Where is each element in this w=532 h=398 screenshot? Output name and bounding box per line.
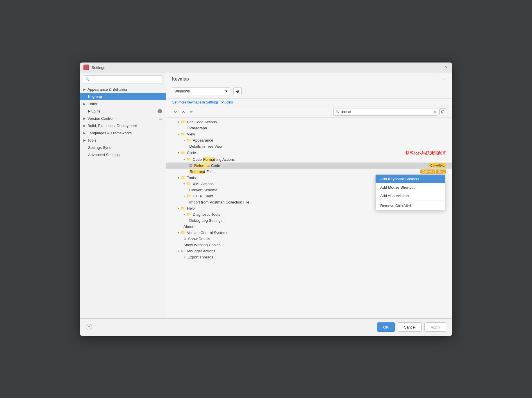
tree-item-label: Reformat Code bbox=[194, 163, 220, 168]
get-more-keymaps-link[interactable]: Get more keymaps in Settings bbox=[172, 100, 219, 104]
tree-row-reformat-file[interactable]: Reformat File... Ctrl+Alt+Shift+L bbox=[166, 169, 452, 175]
plugins-link[interactable]: Plugins bbox=[222, 100, 233, 104]
context-menu-item-add-mouse[interactable]: Add Mouse Shortcut bbox=[376, 183, 445, 192]
keymap-selected-value: Windows bbox=[174, 89, 190, 93]
sidebar-item-version-control[interactable]: ▶ Version Control ▬ bbox=[80, 115, 166, 122]
keymap-gear-button[interactable]: ⚙ bbox=[233, 87, 242, 95]
tree-item-label: Debug Log Settings... bbox=[189, 218, 226, 223]
chevron-right-icon: ▶ bbox=[83, 88, 86, 91]
folder-icon: 📁 bbox=[181, 231, 185, 235]
sidebar-item-label: Plugins bbox=[88, 109, 101, 113]
chevron-down-icon: ▾ bbox=[178, 133, 179, 136]
chevron-down-icon: ▾ bbox=[178, 120, 179, 124]
tree-row[interactable]: Debug Log Settings... bbox=[166, 217, 452, 224]
folder-icon: 📁 bbox=[181, 120, 185, 124]
forward-arrow[interactable]: → bbox=[442, 76, 446, 82]
chevron-down-icon: ▾ bbox=[178, 231, 179, 234]
chevron-down-icon: ▾ bbox=[183, 158, 185, 161]
expand-all-button[interactable] bbox=[172, 108, 179, 115]
sidebar-search-input[interactable] bbox=[92, 77, 160, 81]
cancel-button[interactable]: Cancel bbox=[398, 322, 422, 332]
sidebar-item-plugins[interactable]: Plugins 1 bbox=[80, 108, 166, 115]
close-button[interactable]: × bbox=[444, 65, 449, 70]
tree-area: ▾ 📁 Edit Code Actions Fill Paragraph ▾ 📁… bbox=[166, 118, 452, 318]
tree-row[interactable]: Details in Tree View bbox=[166, 143, 452, 149]
folder-icon: 📁 bbox=[181, 206, 185, 210]
sidebar-item-build[interactable]: ▶ Build, Execution, Deployment bbox=[80, 122, 166, 129]
folder-icon: 📁 bbox=[187, 194, 191, 198]
tree-item-label: Code Formatting Actions bbox=[193, 157, 235, 162]
chevron-down-icon: ▾ bbox=[183, 194, 185, 198]
app-icon bbox=[83, 65, 89, 70]
tree-item-label: HTTP Client bbox=[193, 194, 213, 198]
tree-row[interactable]: ▾ 📁 Appearance bbox=[166, 137, 452, 143]
tree-item-label: Fill Paragraph bbox=[183, 126, 207, 130]
sidebar-item-keymap[interactable]: Keymap bbox=[80, 93, 166, 100]
tree-row-reformat-code[interactable]: ☑ Reformat Code Ctrl+Alt+L bbox=[166, 163, 452, 169]
chevron-down-icon: ▾ bbox=[178, 249, 179, 253]
context-menu-item-add-keyboard[interactable]: Add Keyboard Shortcut bbox=[376, 175, 445, 183]
ok-button[interactable]: OK bbox=[377, 322, 395, 332]
tree-row[interactable]: ↗ Export Threads... bbox=[166, 254, 452, 260]
tree-row[interactable]: ▾ 📁 Version Control Systems bbox=[166, 230, 452, 236]
chevron-down-icon: ▾ bbox=[178, 151, 179, 154]
sidebar-item-advanced-settings[interactable]: Advanced Settings bbox=[80, 151, 166, 158]
tree-row[interactable]: About bbox=[166, 224, 452, 230]
folder-icon: 📁 bbox=[187, 182, 191, 186]
tree-row[interactable]: ⚙ Show Details bbox=[166, 236, 452, 242]
sidebar-item-languages[interactable]: ▶ Languages & Frameworks bbox=[80, 129, 166, 137]
folder-icon: 📁 bbox=[187, 212, 191, 216]
tree-item-label: Code bbox=[187, 151, 196, 155]
sidebar-item-tools[interactable]: ▶ Tools bbox=[80, 137, 166, 144]
clear-search-button[interactable]: × bbox=[434, 110, 436, 114]
chevron-right-icon: ▶ bbox=[83, 117, 86, 120]
sidebar-item-label: Appearance & Behavior bbox=[88, 87, 127, 92]
tree-item-label: Debugger Actions bbox=[185, 249, 215, 253]
chevron-right-icon: ▶ bbox=[83, 131, 86, 135]
tree-item-label: Tools bbox=[187, 176, 196, 180]
search-input[interactable] bbox=[341, 110, 432, 114]
chevron-right-icon: ▶ bbox=[83, 124, 86, 127]
tree-item-label: Diagnostic Tools bbox=[193, 212, 220, 217]
chevron-down-icon: ▾ bbox=[183, 182, 185, 185]
sidebar-item-label: Languages & Frameworks bbox=[88, 131, 132, 135]
context-menu-item-add-abbreviation[interactable]: Add Abbreviation bbox=[376, 192, 445, 200]
chevron-down-icon: ▾ bbox=[178, 207, 179, 210]
collapse-all-button[interactable] bbox=[180, 108, 187, 115]
chinese-annotation: 格式化代码快捷键配置 bbox=[406, 150, 446, 156]
tree-row[interactable]: ▾ 📁 Code Formatting Actions bbox=[166, 156, 452, 163]
search-area: 🔍 × R bbox=[333, 108, 446, 116]
help-button[interactable]: ? bbox=[86, 324, 92, 330]
search-field: 🔍 × bbox=[333, 108, 438, 116]
tree-item-label: Show Details bbox=[188, 237, 210, 241]
sidebar-item-settings-sync[interactable]: Settings Sync bbox=[80, 144, 166, 151]
plugins-badge: 1 bbox=[158, 109, 162, 113]
back-arrow[interactable]: ← bbox=[435, 76, 439, 82]
sidebar-item-appearance-behavior[interactable]: ▶ Appearance & Behavior bbox=[80, 86, 166, 93]
folder-icon: 📁 bbox=[187, 157, 191, 161]
dropdown-chevron-icon: ▾ bbox=[225, 89, 227, 93]
sidebar: 🔍 ▶ Appearance & Behavior Keymap ▶ Edito… bbox=[80, 73, 166, 318]
tree-row[interactable]: ▾ 📁 Diagnostic Tools bbox=[166, 211, 452, 217]
edit-shortcut-button[interactable]: ✏ bbox=[188, 108, 195, 115]
chevron-right-icon: ▶ bbox=[83, 139, 86, 142]
sidebar-item-editor[interactable]: ▶ Editor bbox=[80, 100, 166, 108]
regex-button[interactable]: R bbox=[439, 108, 446, 115]
chevron-down-icon: ▾ bbox=[178, 176, 179, 179]
tree-row[interactable]: ▾ 📁 Edit Code Actions bbox=[166, 119, 452, 125]
page-title: Keymap bbox=[172, 76, 189, 82]
tree-item-label: Edit Code Actions bbox=[187, 120, 217, 124]
folder-icon: 📁 bbox=[181, 151, 185, 155]
export-icon: ↗ bbox=[183, 256, 186, 259]
tree-row[interactable]: Fill Paragraph bbox=[166, 125, 452, 131]
context-menu-item-remove[interactable]: Remove Ctrl+Alt+L bbox=[376, 201, 445, 210]
tree-row[interactable]: ▾ 📁 Code 格式化代码快捷键配置 bbox=[166, 149, 452, 156]
tree-row[interactable]: ▾ ⚙ Debugger Actions bbox=[166, 248, 452, 254]
sidebar-search-box[interactable]: 🔍 bbox=[83, 75, 163, 83]
tree-item-label: XML Actions bbox=[193, 182, 214, 186]
tree-item-label: Details in Tree View bbox=[189, 144, 223, 149]
apply-button[interactable]: Apply bbox=[424, 322, 446, 332]
tree-row[interactable]: Show Working Copies bbox=[166, 242, 452, 248]
keymap-dropdown[interactable]: Windows ▾ bbox=[172, 87, 230, 95]
tree-row[interactable]: ▾ 📁 View bbox=[166, 131, 452, 137]
